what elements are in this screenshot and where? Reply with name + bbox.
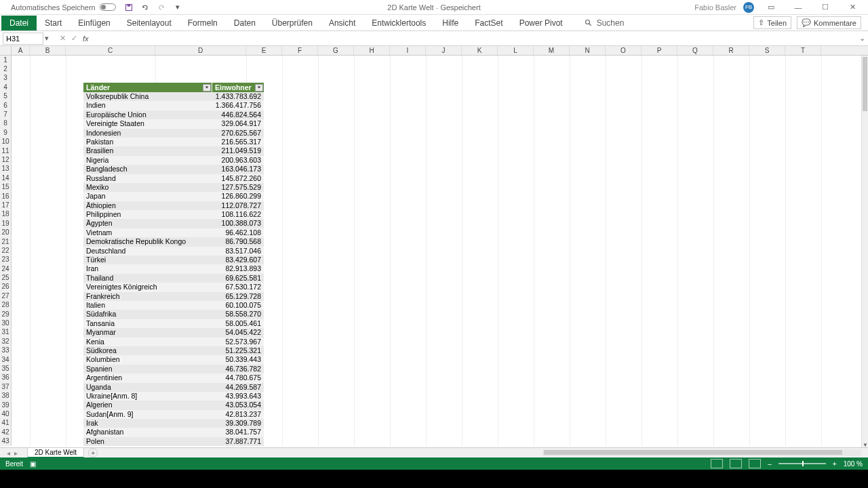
row-header-18[interactable]: 18: [0, 210, 12, 219]
table-row[interactable]: Iran82.913.893: [83, 264, 264, 273]
cell-population[interactable]: 44.269.587: [212, 383, 264, 392]
table-row[interactable]: Mexiko127.575.529: [83, 183, 264, 192]
horizontal-scroll-thumb[interactable]: [544, 450, 842, 455]
cell-country[interactable]: Volksrepublik China: [83, 92, 212, 101]
cell-country[interactable]: Deutschland: [83, 247, 212, 256]
row-header-8[interactable]: 8: [0, 119, 12, 128]
row-header-14[interactable]: 14: [0, 174, 12, 182]
table-row[interactable]: Philippinen108.116.622: [83, 210, 264, 219]
cell-country[interactable]: Vereinigte Staaten: [83, 119, 212, 128]
cell-population[interactable]: 37.887.771: [212, 437, 264, 446]
column-header-I[interactable]: I: [390, 46, 426, 55]
row-header-5[interactable]: 5: [0, 92, 12, 101]
table-row[interactable]: Ägypten100.388.073: [83, 219, 264, 228]
tab-entwicklertools[interactable]: Entwicklertools: [363, 16, 434, 30]
filter-country-button[interactable]: [203, 84, 211, 92]
cell-population[interactable]: 1.366.417.756: [212, 101, 264, 110]
row-header-11[interactable]: 11: [0, 146, 12, 155]
cell-population[interactable]: 43.993.643: [212, 392, 264, 401]
row-header-3[interactable]: 3: [0, 74, 12, 83]
accept-formula-icon[interactable]: ✓: [71, 34, 77, 43]
cell-country[interactable]: Demokratische Republik Kongo: [83, 237, 212, 246]
tab-power pivot[interactable]: Power Pivot: [511, 16, 571, 30]
cell-population[interactable]: 83.517.046: [212, 247, 264, 256]
column-header-D[interactable]: D: [155, 46, 246, 55]
autosave-toggle[interactable]: [100, 3, 116, 11]
column-header-M[interactable]: M: [534, 46, 570, 55]
table-row[interactable]: Vietnam96.462.108: [83, 228, 264, 237]
tab-ansicht[interactable]: Ansicht: [321, 16, 363, 30]
redo-icon[interactable]: [157, 3, 166, 12]
table-row[interactable]: Spanien46.736.782: [83, 365, 264, 373]
row-header-12[interactable]: 12: [0, 155, 12, 164]
row-header-28[interactable]: 28: [0, 301, 12, 310]
table-row[interactable]: Europäische Union446.824.564: [83, 110, 264, 119]
row-header-9[interactable]: 9: [0, 128, 12, 137]
tab-datei[interactable]: Datei: [1, 16, 37, 30]
row-header-41[interactable]: 41: [0, 419, 12, 428]
cell-country[interactable]: Bangladesch: [83, 165, 212, 174]
cell-population[interactable]: 112.078.727: [212, 201, 264, 210]
cell-country[interactable]: Südafrika: [83, 310, 212, 319]
cell-population[interactable]: 44.780.675: [212, 373, 264, 382]
ribbon-display-options-icon[interactable]: ▭: [761, 1, 781, 14]
cell-population[interactable]: 65.129.728: [212, 292, 264, 301]
zoom-in-button[interactable]: +: [833, 460, 837, 468]
row-header-22[interactable]: 22: [0, 246, 12, 255]
table-row[interactable]: Südkorea51.225.321: [83, 346, 264, 355]
table-row[interactable]: Kolumbien50.339.443: [83, 355, 264, 364]
column-header-K[interactable]: K: [462, 46, 498, 55]
table-row[interactable]: Uganda44.269.587: [83, 383, 264, 392]
cell-country[interactable]: Uganda: [83, 383, 212, 392]
column-header-J[interactable]: J: [426, 46, 462, 55]
cell-population[interactable]: 86.790.568: [212, 237, 264, 246]
cell-population[interactable]: 145.872.260: [212, 174, 264, 183]
table-row[interactable]: Kenia52.573.967: [83, 338, 264, 346]
page-layout-view-button[interactable]: [730, 459, 742, 468]
row-header-13[interactable]: 13: [0, 165, 12, 174]
row-header-20[interactable]: 20: [0, 228, 12, 237]
cell-population[interactable]: 39.309.789: [212, 419, 264, 428]
cell-country[interactable]: Pakistan: [83, 138, 212, 146]
row-header-31[interactable]: 31: [0, 328, 12, 337]
cell-country[interactable]: Italien: [83, 301, 212, 310]
cell-country[interactable]: Frankreich: [83, 292, 212, 301]
cell-country[interactable]: Ukraine[Anm. 8]: [83, 392, 212, 401]
row-header-2[interactable]: 2: [0, 64, 12, 73]
undo-icon[interactable]: [140, 3, 150, 12]
column-header-F[interactable]: F: [282, 46, 318, 55]
table-row[interactable]: Türkei83.429.607: [83, 256, 264, 264]
cell-population[interactable]: 126.860.299: [212, 192, 264, 201]
cell-country[interactable]: Algerien: [83, 401, 212, 409]
cell-country[interactable]: Kenia: [83, 338, 212, 346]
table-row[interactable]: Tansania58.005.461: [83, 319, 264, 328]
tab-daten[interactable]: Daten: [226, 16, 264, 30]
row-header-10[interactable]: 10: [0, 138, 12, 146]
table-row[interactable]: Demokratische Republik Kongo86.790.568: [83, 237, 264, 246]
row-header-23[interactable]: 23: [0, 256, 12, 264]
row-header-21[interactable]: 21: [0, 237, 12, 246]
column-header-N[interactable]: N: [570, 46, 606, 55]
cell-population[interactable]: 82.913.893: [212, 264, 264, 273]
row-header-25[interactable]: 25: [0, 273, 12, 282]
select-all-corner[interactable]: [0, 46, 12, 55]
cell-population[interactable]: 58.558.270: [212, 310, 264, 319]
row-header-32[interactable]: 32: [0, 337, 12, 346]
filter-pop-button[interactable]: [255, 84, 263, 92]
column-header-O[interactable]: O: [606, 46, 642, 55]
cell-country[interactable]: Iran: [83, 264, 212, 273]
row-header-1[interactable]: 1: [0, 56, 12, 64]
cell-country[interactable]: Tansania: [83, 319, 212, 328]
sheet-next-icon[interactable]: ▸: [14, 449, 18, 457]
column-header-H[interactable]: H: [354, 46, 390, 55]
row-header-27[interactable]: 27: [0, 291, 12, 300]
row-header-37[interactable]: 37: [0, 382, 12, 391]
cell-country[interactable]: Brasilien: [83, 146, 212, 155]
table-row[interactable]: Japan126.860.299: [83, 192, 264, 201]
row-header-35[interactable]: 35: [0, 364, 12, 373]
column-header-G[interactable]: G: [318, 46, 354, 55]
name-box-dropdown-icon[interactable]: ▾: [43, 34, 50, 43]
cancel-formula-icon[interactable]: ✕: [60, 34, 66, 43]
tab-factset[interactable]: FactSet: [467, 16, 511, 30]
cell-population[interactable]: 43.053.054: [212, 401, 264, 409]
